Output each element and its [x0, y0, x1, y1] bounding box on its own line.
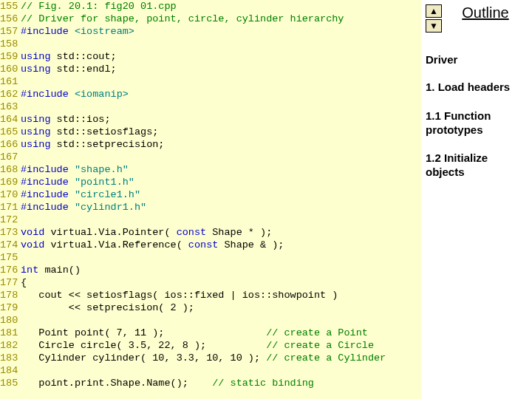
line-content: // Fig. 20.1: fig20 01.cpp	[21, 0, 421, 13]
code-token: Circle circle( 3.5, 22, 8 );	[21, 340, 266, 351]
code-line: 162#include <iomanip>	[0, 88, 421, 100]
code-line: 157#include <iostream>	[0, 25, 421, 38]
line-content: #include "shape.h"	[21, 163, 421, 176]
line-number: 162	[0, 88, 21, 100]
line-number: 184	[0, 364, 21, 377]
code-token: Point point( 7, 11 );	[21, 327, 266, 338]
code-line: 161	[0, 75, 421, 88]
line-content: using std::cout;	[21, 50, 421, 63]
line-number: 158	[0, 38, 21, 50]
outline-driver: Driver	[426, 53, 528, 66]
line-number: 179	[0, 301, 21, 314]
outline-header: ▲ ▼ Outline	[426, 4, 528, 33]
code-line: 169#include "point1.h"	[0, 176, 421, 188]
code-token: point.print.Shape.Name();	[21, 378, 212, 389]
code-line: 156// Driver for shape, point, circle, c…	[0, 13, 421, 25]
code-line: 163	[0, 100, 421, 113]
line-number: 174	[0, 239, 21, 251]
code-line: 170#include "circle1.h"	[0, 188, 421, 201]
code-token: using	[21, 139, 51, 150]
line-content: using std::setprecision;	[21, 138, 421, 151]
line-content	[21, 151, 421, 163]
code-token: void	[21, 239, 44, 250]
code-token: virtual.Via.Reference(	[44, 239, 188, 250]
line-content: void virtual.Via.Pointer( const Shape * …	[21, 226, 421, 239]
code-line: 179 << setprecision( 2 );	[0, 301, 421, 314]
line-number: 157	[0, 25, 21, 38]
line-content: #include "cylindr1.h"	[21, 201, 421, 214]
line-number: 175	[0, 251, 21, 264]
code-token: // Driver for shape, point, circle, cyli…	[21, 13, 344, 24]
outline-function-prototypes: 1.1 Function prototypes	[426, 109, 528, 137]
code-token: const	[177, 227, 207, 238]
code-token: void	[21, 227, 44, 238]
line-number: 161	[0, 75, 21, 88]
code-token: #include	[21, 202, 75, 213]
code-line: 158	[0, 38, 421, 50]
line-number: 163	[0, 100, 21, 113]
code-line: 183 Cylinder cylinder( 10, 3.3, 10, 10 )…	[0, 352, 421, 364]
code-line: 177{	[0, 276, 421, 289]
line-number: 167	[0, 151, 21, 163]
line-content: using std::setiosflags;	[21, 126, 421, 138]
line-number: 185	[0, 377, 21, 389]
code-token: {	[21, 277, 27, 288]
code-token: Shape & );	[218, 239, 284, 250]
code-token: cout << setiosflags( ios::fixed | ios::s…	[21, 290, 338, 301]
outline-title: Outline	[446, 4, 528, 21]
code-token: // static binding	[212, 378, 314, 389]
code-line: 164using std::ios;	[0, 113, 421, 126]
code-token: #include	[21, 89, 75, 100]
line-number: 156	[0, 13, 21, 25]
line-number: 170	[0, 188, 21, 201]
line-content: // Driver for shape, point, circle, cyli…	[21, 13, 421, 25]
code-token: using	[21, 126, 51, 137]
code-listing: 155// Fig. 20.1: fig20 01.cpp156// Drive…	[0, 0, 421, 389]
line-number: 165	[0, 126, 21, 138]
code-token: <iostream>	[75, 26, 134, 37]
line-number: 171	[0, 201, 21, 214]
code-line: 180	[0, 314, 421, 327]
line-content	[21, 364, 421, 377]
code-pane: 155// Fig. 20.1: fig20 01.cpp156// Drive…	[0, 0, 421, 399]
line-content: #include "point1.h"	[21, 176, 421, 188]
arrow-down-icon: ▼	[429, 21, 438, 30]
arrow-up-icon: ▲	[429, 7, 438, 16]
line-content	[21, 75, 421, 88]
code-token: #include	[21, 164, 75, 175]
line-content: int main()	[21, 264, 421, 276]
code-line: 173void virtual.Via.Pointer( const Shape…	[0, 226, 421, 239]
code-line: 175	[0, 251, 421, 264]
line-number: 159	[0, 50, 21, 63]
code-token: #include	[21, 26, 75, 37]
line-number: 172	[0, 214, 21, 226]
line-content	[21, 214, 421, 226]
code-token: int	[21, 265, 38, 276]
code-line: 155// Fig. 20.1: fig20 01.cpp	[0, 0, 421, 13]
arrow-down-button[interactable]: ▼	[426, 19, 442, 33]
code-token: // Fig. 20.1: fig20 01.cpp	[21, 1, 177, 12]
line-number: 160	[0, 63, 21, 75]
line-content	[21, 38, 421, 50]
code-line: 159using std::cout;	[0, 50, 421, 63]
line-number: 164	[0, 113, 21, 126]
code-line: 160using std::endl;	[0, 63, 421, 75]
line-number: 178	[0, 289, 21, 301]
line-number: 166	[0, 138, 21, 151]
arrow-up-button[interactable]: ▲	[426, 4, 442, 18]
line-content	[21, 251, 421, 264]
code-line: 168#include "shape.h"	[0, 163, 421, 176]
code-token: using	[21, 114, 51, 125]
code-token: << setprecision( 2 );	[21, 302, 194, 313]
code-token: "shape.h"	[75, 164, 129, 175]
code-token: std::setiosflags;	[51, 126, 159, 137]
code-line: 174void virtual.Via.Reference( const Sha…	[0, 239, 421, 251]
code-token: "circle1.h"	[75, 189, 140, 200]
code-token: std::ios;	[51, 114, 111, 125]
line-number: 173	[0, 226, 21, 239]
code-token: Cylinder cylinder( 10, 3.3, 10, 10 );	[21, 352, 266, 364]
code-token: <iomanip>	[75, 89, 129, 100]
code-line: 167	[0, 151, 421, 163]
line-content: {	[21, 276, 421, 289]
code-line: 184	[0, 364, 421, 377]
